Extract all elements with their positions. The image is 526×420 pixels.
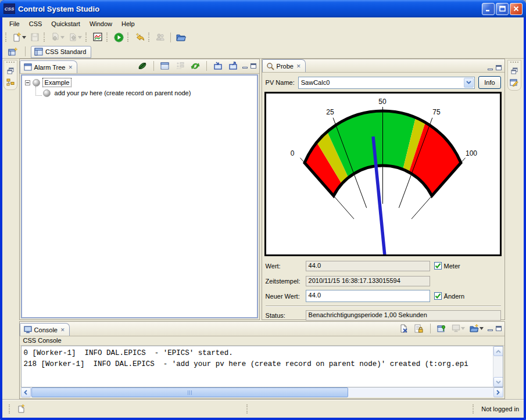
menu-help[interactable]: Help — [117, 19, 139, 29]
check-icon — [435, 293, 441, 299]
console-output-area[interactable]: 0 [Worker-1] INFO DAL.EPICS - 'EPICS' st… — [21, 346, 503, 387]
probe-edit-fastview-icon[interactable] — [510, 78, 518, 87]
toolbar-drag-handle[interactable] — [106, 33, 109, 42]
tree-node-pv-hint[interactable]: add your pv here (create record on paren… — [53, 89, 193, 97]
data-browser-button[interactable] — [91, 31, 105, 44]
left-fastview-bar — [2, 59, 19, 399]
perspective-label: CSS Standard — [45, 48, 86, 55]
probe-close-icon[interactable]: ✕ — [296, 63, 302, 69]
console-maximize-button[interactable] — [495, 325, 503, 332]
minimize-button[interactable] — [482, 3, 495, 15]
fastview-drag-handle[interactable] — [510, 62, 518, 63]
menu-quickstart[interactable]: Quickstart — [46, 19, 85, 29]
tree-row-root[interactable]: Example — [23, 77, 256, 88]
maximize-view-icon — [496, 326, 502, 331]
pv-name-combo[interactable]: SawCalc0 — [298, 77, 475, 89]
menu-css[interactable]: CSS — [24, 19, 47, 29]
run-button[interactable] — [112, 31, 126, 44]
restore-views-icon[interactable] — [7, 67, 14, 74]
scroll-left-button[interactable] — [21, 387, 31, 397]
info-button[interactable]: Info — [478, 76, 500, 89]
export-config-button[interactable] — [226, 59, 240, 72]
toolbar-drag-handle[interactable] — [148, 33, 151, 42]
pin-console-button[interactable] — [435, 322, 449, 335]
probe-tab[interactable]: Probe ✕ — [262, 59, 306, 72]
open-console-button[interactable] — [468, 322, 485, 335]
display-console-button[interactable] — [450, 322, 467, 335]
scrollbar-thumb[interactable] — [31, 387, 348, 397]
tree-node-example[interactable]: Example — [42, 78, 72, 87]
pv-name-dropdown-button[interactable] — [464, 78, 474, 88]
refresh-button[interactable] — [188, 59, 202, 72]
alarm-tree-maximize-button[interactable] — [250, 63, 257, 69]
console-vertical-scrollbar[interactable] — [493, 346, 503, 387]
collapse-expander-icon[interactable] — [25, 80, 30, 85]
run-icon — [114, 33, 124, 42]
scroll-down-button[interactable] — [493, 377, 503, 387]
pv-name-value[interactable]: SawCalc0 — [299, 79, 464, 86]
maximize-button[interactable] — [496, 3, 509, 15]
alarm-tree-fastview-icon[interactable] — [6, 78, 15, 86]
zeitstempel-value-field: 2010/11/15 16:38:17.133015594 — [306, 276, 430, 286]
new-perspective-button[interactable] — [6, 45, 20, 58]
fastview-drag-handle[interactable] — [6, 62, 15, 63]
console-tab[interactable]: Console ✕ — [20, 323, 70, 336]
aendern-checkbox-group[interactable]: Ändern — [434, 292, 464, 300]
neuer-wert-input[interactable]: 44.0 — [306, 290, 430, 302]
clear-console-button[interactable] — [397, 322, 411, 335]
svg-text:0: 0 — [290, 149, 294, 157]
new-wizard-button[interactable] — [10, 31, 28, 44]
status-doc-icon[interactable] — [17, 404, 25, 413]
toolbar-drag-handle[interactable] — [127, 33, 130, 42]
probe-minimize-button[interactable] — [486, 64, 494, 71]
meter-gauge: 0 25 50 75 100 — [266, 94, 500, 254]
minimize-view-icon — [488, 69, 493, 70]
close-button[interactable] — [510, 3, 523, 15]
aendern-checkbox[interactable] — [434, 292, 442, 300]
chevron-down-icon — [496, 380, 501, 384]
team-button[interactable] — [153, 31, 167, 44]
toolbar-drag-handle[interactable] — [44, 33, 46, 42]
alarm-tree-minimize-button[interactable] — [241, 63, 249, 69]
scroll-up-button[interactable] — [493, 346, 503, 356]
quickstart-button[interactable] — [133, 31, 146, 44]
window-title: Control System Studio — [18, 5, 481, 13]
open-console-icon — [470, 324, 479, 332]
alarm-tree-tab[interactable]: Alarm Tree ✕ — [20, 60, 77, 73]
console-minimize-button[interactable] — [486, 325, 494, 332]
ld-config-button[interactable] — [173, 59, 187, 72]
maximize-icon — [499, 6, 506, 12]
probe-maximize-button[interactable] — [495, 64, 503, 71]
statusbar-separator — [473, 404, 475, 414]
checkout-button[interactable] — [66, 31, 84, 44]
alarm-tree-content[interactable]: Example add your pv here (create record … — [21, 74, 258, 318]
scroll-lock-button[interactable] — [412, 322, 426, 335]
acknowledge-button[interactable] — [135, 59, 149, 72]
perspective-tab-css-standard[interactable]: CSS Standard — [31, 46, 91, 58]
pv-name-label: PV Name: — [266, 79, 295, 86]
restore-views-icon[interactable] — [511, 67, 518, 74]
left-fastview-toolbar — [3, 60, 17, 90]
menu-window[interactable]: Window — [85, 19, 117, 29]
toolbar-drag-handle[interactable] — [85, 33, 88, 42]
console-horizontal-scrollbar[interactable] — [21, 387, 503, 397]
maximize-view-icon — [251, 63, 256, 69]
save-button[interactable] — [28, 31, 42, 44]
open-folder-button[interactable] — [174, 31, 188, 44]
wert-value-field: 44.0 — [306, 261, 430, 271]
info-button-label: Info — [484, 79, 495, 86]
import-config-button[interactable] — [211, 59, 225, 72]
meter-checkbox[interactable] — [434, 262, 442, 270]
menu-file[interactable]: File — [5, 19, 24, 29]
meter-checkbox-label: Meter — [444, 263, 460, 270]
tree-row-child[interactable]: add your pv here (create record on paren… — [23, 88, 256, 98]
console-log-text[interactable]: 0 [Worker-1] INFO DAL.EPICS - 'EPICS' st… — [22, 346, 493, 387]
title-bar[interactable]: CSS Control System Studio — [0, 0, 526, 17]
alarm-tree-close-icon[interactable]: ✕ — [67, 64, 73, 70]
scroll-right-button[interactable] — [493, 387, 503, 397]
toolbar-drag-handle[interactable] — [5, 33, 8, 42]
console-close-icon[interactable]: ✕ — [60, 327, 66, 333]
meter-checkbox-group[interactable]: Meter — [434, 262, 460, 270]
checkin-button[interactable] — [49, 31, 66, 44]
table-mode-button[interactable] — [158, 59, 172, 72]
